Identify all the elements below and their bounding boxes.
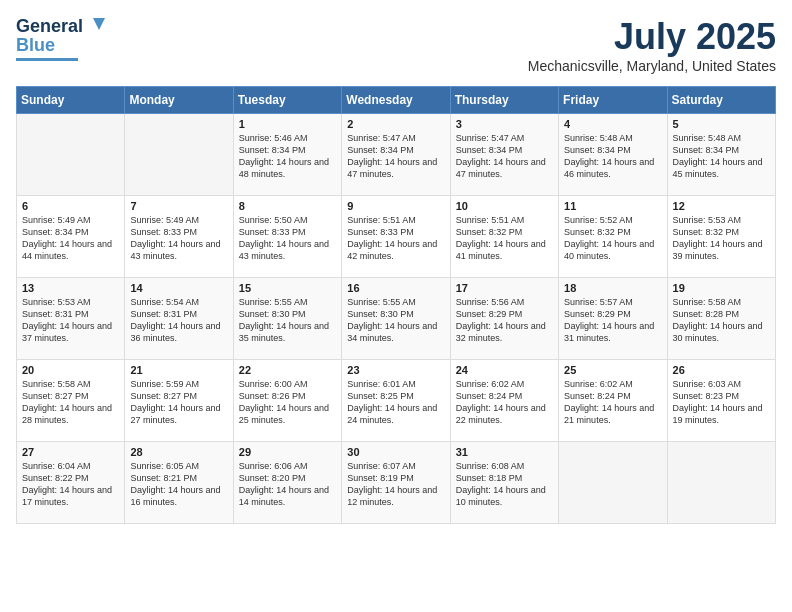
main-title: July 2025	[528, 16, 776, 58]
calendar-day-cell: 3Sunrise: 5:47 AM Sunset: 8:34 PM Daylig…	[450, 114, 558, 196]
day-info: Sunrise: 5:47 AM Sunset: 8:34 PM Dayligh…	[347, 132, 444, 181]
day-number: 24	[456, 364, 553, 376]
day-info: Sunrise: 5:58 AM Sunset: 8:27 PM Dayligh…	[22, 378, 119, 427]
day-number: 6	[22, 200, 119, 212]
calendar-day-cell: 5Sunrise: 5:48 AM Sunset: 8:34 PM Daylig…	[667, 114, 775, 196]
day-number: 23	[347, 364, 444, 376]
day-number: 19	[673, 282, 770, 294]
calendar-table: SundayMondayTuesdayWednesdayThursdayFrid…	[16, 86, 776, 524]
calendar-day-cell: 9Sunrise: 5:51 AM Sunset: 8:33 PM Daylig…	[342, 196, 450, 278]
logo-underline	[16, 58, 78, 61]
calendar-empty-cell	[125, 114, 233, 196]
day-number: 29	[239, 446, 336, 458]
page-header: General Blue July 2025 Mechanicsville, M…	[16, 16, 776, 74]
calendar-day-cell: 12Sunrise: 5:53 AM Sunset: 8:32 PM Dayli…	[667, 196, 775, 278]
day-number: 10	[456, 200, 553, 212]
day-info: Sunrise: 5:53 AM Sunset: 8:31 PM Dayligh…	[22, 296, 119, 345]
calendar-day-cell: 6Sunrise: 5:49 AM Sunset: 8:34 PM Daylig…	[17, 196, 125, 278]
day-info: Sunrise: 5:54 AM Sunset: 8:31 PM Dayligh…	[130, 296, 227, 345]
day-info: Sunrise: 6:01 AM Sunset: 8:25 PM Dayligh…	[347, 378, 444, 427]
calendar-day-cell: 14Sunrise: 5:54 AM Sunset: 8:31 PM Dayli…	[125, 278, 233, 360]
day-info: Sunrise: 5:49 AM Sunset: 8:33 PM Dayligh…	[130, 214, 227, 263]
calendar-day-cell: 13Sunrise: 5:53 AM Sunset: 8:31 PM Dayli…	[17, 278, 125, 360]
day-number: 28	[130, 446, 227, 458]
calendar-day-cell: 24Sunrise: 6:02 AM Sunset: 8:24 PM Dayli…	[450, 360, 558, 442]
title-section: July 2025 Mechanicsville, Maryland, Unit…	[528, 16, 776, 74]
svg-marker-0	[93, 18, 105, 30]
calendar-day-cell: 17Sunrise: 5:56 AM Sunset: 8:29 PM Dayli…	[450, 278, 558, 360]
calendar-day-cell: 16Sunrise: 5:55 AM Sunset: 8:30 PM Dayli…	[342, 278, 450, 360]
day-info: Sunrise: 5:55 AM Sunset: 8:30 PM Dayligh…	[239, 296, 336, 345]
day-info: Sunrise: 5:50 AM Sunset: 8:33 PM Dayligh…	[239, 214, 336, 263]
calendar-day-cell: 18Sunrise: 5:57 AM Sunset: 8:29 PM Dayli…	[559, 278, 667, 360]
calendar-day-cell: 1Sunrise: 5:46 AM Sunset: 8:34 PM Daylig…	[233, 114, 341, 196]
day-info: Sunrise: 6:07 AM Sunset: 8:19 PM Dayligh…	[347, 460, 444, 509]
calendar-week-row: 20Sunrise: 5:58 AM Sunset: 8:27 PM Dayli…	[17, 360, 776, 442]
calendar-day-cell: 23Sunrise: 6:01 AM Sunset: 8:25 PM Dayli…	[342, 360, 450, 442]
day-info: Sunrise: 6:08 AM Sunset: 8:18 PM Dayligh…	[456, 460, 553, 509]
day-info: Sunrise: 5:53 AM Sunset: 8:32 PM Dayligh…	[673, 214, 770, 263]
calendar-day-cell: 20Sunrise: 5:58 AM Sunset: 8:27 PM Dayli…	[17, 360, 125, 442]
day-info: Sunrise: 5:51 AM Sunset: 8:32 PM Dayligh…	[456, 214, 553, 263]
day-number: 14	[130, 282, 227, 294]
day-number: 7	[130, 200, 227, 212]
day-info: Sunrise: 5:46 AM Sunset: 8:34 PM Dayligh…	[239, 132, 336, 181]
day-of-week-header: Wednesday	[342, 87, 450, 114]
day-number: 3	[456, 118, 553, 130]
day-info: Sunrise: 6:03 AM Sunset: 8:23 PM Dayligh…	[673, 378, 770, 427]
day-info: Sunrise: 5:47 AM Sunset: 8:34 PM Dayligh…	[456, 132, 553, 181]
logo-general-text: General	[16, 16, 83, 37]
calendar-day-cell: 29Sunrise: 6:06 AM Sunset: 8:20 PM Dayli…	[233, 442, 341, 524]
calendar-week-row: 27Sunrise: 6:04 AM Sunset: 8:22 PM Dayli…	[17, 442, 776, 524]
logo-icon	[85, 14, 107, 36]
day-number: 4	[564, 118, 661, 130]
calendar-empty-cell	[17, 114, 125, 196]
calendar-day-cell: 11Sunrise: 5:52 AM Sunset: 8:32 PM Dayli…	[559, 196, 667, 278]
day-info: Sunrise: 6:02 AM Sunset: 8:24 PM Dayligh…	[564, 378, 661, 427]
calendar-day-cell: 21Sunrise: 5:59 AM Sunset: 8:27 PM Dayli…	[125, 360, 233, 442]
calendar-week-row: 13Sunrise: 5:53 AM Sunset: 8:31 PM Dayli…	[17, 278, 776, 360]
day-number: 20	[22, 364, 119, 376]
calendar-day-cell: 30Sunrise: 6:07 AM Sunset: 8:19 PM Dayli…	[342, 442, 450, 524]
subtitle: Mechanicsville, Maryland, United States	[528, 58, 776, 74]
day-info: Sunrise: 5:51 AM Sunset: 8:33 PM Dayligh…	[347, 214, 444, 263]
day-number: 11	[564, 200, 661, 212]
day-info: Sunrise: 6:00 AM Sunset: 8:26 PM Dayligh…	[239, 378, 336, 427]
calendar-header-row: SundayMondayTuesdayWednesdayThursdayFrid…	[17, 87, 776, 114]
day-number: 15	[239, 282, 336, 294]
day-of-week-header: Tuesday	[233, 87, 341, 114]
calendar-empty-cell	[667, 442, 775, 524]
calendar-day-cell: 19Sunrise: 5:58 AM Sunset: 8:28 PM Dayli…	[667, 278, 775, 360]
day-info: Sunrise: 6:02 AM Sunset: 8:24 PM Dayligh…	[456, 378, 553, 427]
day-info: Sunrise: 6:06 AM Sunset: 8:20 PM Dayligh…	[239, 460, 336, 509]
day-number: 2	[347, 118, 444, 130]
day-number: 8	[239, 200, 336, 212]
day-info: Sunrise: 5:55 AM Sunset: 8:30 PM Dayligh…	[347, 296, 444, 345]
calendar-day-cell: 26Sunrise: 6:03 AM Sunset: 8:23 PM Dayli…	[667, 360, 775, 442]
day-info: Sunrise: 5:48 AM Sunset: 8:34 PM Dayligh…	[673, 132, 770, 181]
day-of-week-header: Monday	[125, 87, 233, 114]
day-info: Sunrise: 6:04 AM Sunset: 8:22 PM Dayligh…	[22, 460, 119, 509]
calendar-day-cell: 22Sunrise: 6:00 AM Sunset: 8:26 PM Dayli…	[233, 360, 341, 442]
day-info: Sunrise: 5:49 AM Sunset: 8:34 PM Dayligh…	[22, 214, 119, 263]
day-number: 25	[564, 364, 661, 376]
day-info: Sunrise: 5:56 AM Sunset: 8:29 PM Dayligh…	[456, 296, 553, 345]
calendar-empty-cell	[559, 442, 667, 524]
calendar-day-cell: 4Sunrise: 5:48 AM Sunset: 8:34 PM Daylig…	[559, 114, 667, 196]
day-of-week-header: Thursday	[450, 87, 558, 114]
day-number: 16	[347, 282, 444, 294]
day-number: 30	[347, 446, 444, 458]
day-number: 18	[564, 282, 661, 294]
day-info: Sunrise: 5:52 AM Sunset: 8:32 PM Dayligh…	[564, 214, 661, 263]
calendar-day-cell: 10Sunrise: 5:51 AM Sunset: 8:32 PM Dayli…	[450, 196, 558, 278]
day-number: 13	[22, 282, 119, 294]
calendar-week-row: 1Sunrise: 5:46 AM Sunset: 8:34 PM Daylig…	[17, 114, 776, 196]
day-number: 5	[673, 118, 770, 130]
day-number: 1	[239, 118, 336, 130]
calendar-day-cell: 31Sunrise: 6:08 AM Sunset: 8:18 PM Dayli…	[450, 442, 558, 524]
day-info: Sunrise: 5:48 AM Sunset: 8:34 PM Dayligh…	[564, 132, 661, 181]
calendar-day-cell: 28Sunrise: 6:05 AM Sunset: 8:21 PM Dayli…	[125, 442, 233, 524]
day-number: 31	[456, 446, 553, 458]
day-of-week-header: Saturday	[667, 87, 775, 114]
day-of-week-header: Sunday	[17, 87, 125, 114]
